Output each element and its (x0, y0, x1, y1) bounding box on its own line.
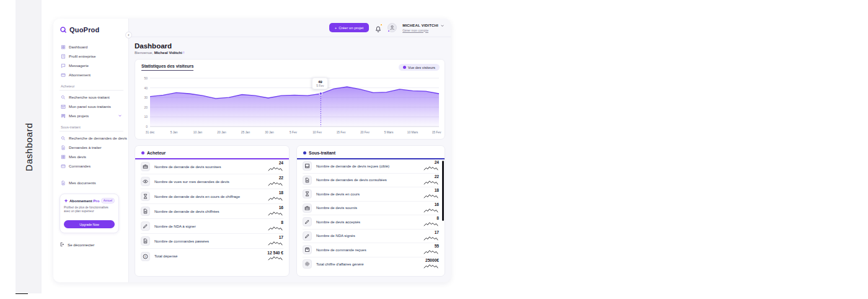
metric-row[interactable]: Nombre de demande de devis reçues (ciblé… (303, 159, 439, 174)
euro-icon (141, 252, 150, 261)
legend-toggle[interactable]: Vue des visiteurs (399, 64, 440, 71)
signature-icon (303, 217, 312, 226)
acheteur-panel-title: Acheteur (147, 151, 166, 155)
metric-row[interactable]: Nombre de devis en cours 18 (303, 187, 439, 202)
user-name: MICHEAL VIDITCHI (402, 24, 438, 27)
sidebar-item-abonnement[interactable]: Abonnement (60, 70, 123, 79)
acheteur-dot-icon (141, 151, 144, 154)
panel-icon (61, 104, 66, 109)
svg-text:10: 10 (144, 115, 148, 118)
upgrade-button[interactable]: Upgrade Now (64, 220, 115, 228)
sparkline-icon (423, 166, 439, 171)
sidebar-item-mes-documents[interactable]: Mes documents (60, 178, 123, 187)
main-area: + Créer un projet MICHEAL VIDITCHI (129, 19, 451, 282)
chevron-left-icon: ‹ (128, 33, 129, 37)
metric-row[interactable]: Nombre de devis soumis 16 (303, 202, 439, 216)
sidebar-item-recherche-demandes-devis[interactable]: Recherche de demandes de devis (60, 133, 123, 143)
sparkline-icon (423, 236, 439, 241)
create-project-button[interactable]: + Créer un projet (329, 23, 370, 32)
sparkline-icon (423, 264, 439, 269)
status-dot (388, 30, 390, 32)
subscription-title: Abonnement Pro (69, 199, 99, 203)
briefcase-icon (141, 162, 150, 171)
signature-icon (303, 231, 312, 241)
metric-value: 18 (279, 191, 283, 195)
metric-value: 22 (435, 175, 439, 179)
panel-scrollbar[interactable] (442, 161, 444, 221)
sparkline-icon (423, 180, 439, 185)
building-icon (61, 54, 66, 59)
svg-text:10 Mars: 10 Mars (407, 131, 418, 134)
sparkline-icon (423, 194, 439, 199)
subscription-card: Abonnement Pro Annuel Profitez de plus d… (60, 194, 119, 233)
section-label-sous-traitant: Sous-traitant (61, 125, 123, 129)
metric-value: 16 (279, 206, 283, 210)
metric-row[interactable]: Nombre de commandes passées 17 (141, 234, 283, 249)
visitor-stats-card: Statistiques des visiteurs Vue des visit… (135, 59, 445, 140)
metric-row[interactable]: Nombre de demandes de devis consultées 2… (303, 174, 439, 188)
chat-icon (61, 63, 66, 68)
sidebar-collapse-button[interactable]: ‹ (125, 32, 132, 38)
user-menu: MICHEAL VIDITCHI Gérer mon compte (402, 24, 445, 32)
inbox-icon (303, 161, 312, 171)
svg-text:20 Jan: 20 Jan (217, 131, 226, 134)
metric-row[interactable]: Total dépensé 12 540 € (141, 249, 283, 264)
notifications-button[interactable] (374, 24, 382, 32)
sidebar-item-dashboard[interactable]: Dashboard (60, 42, 123, 51)
quoprod-logo-icon (60, 26, 67, 33)
chevron-down-icon (118, 114, 122, 118)
sidebar-item-mes-projets[interactable]: Mes projets (60, 111, 123, 120)
hourglass-icon (141, 192, 150, 201)
metric-row[interactable]: Nombre de NDA à signer 8 (141, 219, 283, 234)
metric-value: 17 (279, 236, 283, 240)
user-menu-trigger[interactable]: MICHEAL VIDITCHI (402, 24, 445, 28)
tooltip-value: 49 (316, 79, 324, 84)
divider (60, 90, 123, 91)
svg-text:30 Jan: 30 Jan (265, 131, 274, 134)
metric-row[interactable]: Nombre de demande de devis en cours de c… (141, 189, 283, 204)
sous-traitant-dot-icon (303, 151, 306, 154)
logout-button[interactable]: Se déconnecter (60, 242, 123, 247)
svg-text:20 Fev: 20 Fev (360, 131, 370, 134)
brand-logo[interactable]: QuoProd (60, 26, 123, 33)
grid-icon (61, 154, 66, 159)
welcome-text: Bienvenue, Micheal Viditchi ! (135, 51, 445, 55)
metric-value: 55 (435, 244, 439, 249)
metric-row[interactable]: Nombre de demande de devis chiffrées 16 (141, 204, 283, 219)
svg-text:10 Jan: 10 Jan (193, 131, 203, 134)
search-icon (61, 136, 66, 141)
avatar[interactable] (388, 23, 397, 32)
metric-row[interactable]: Nombre de vues sur mes demandes de devis… (141, 174, 283, 189)
sidebar-item-demandes-a-traiter[interactable]: Demandes à traiter (60, 143, 123, 152)
sidebar-item-mes-devis[interactable]: Mes devis (60, 152, 123, 161)
metric-row[interactable]: Nombre de devis acceptés 8 (303, 215, 439, 230)
sidebar-item-profil-entreprise[interactable]: Profil entreprise (60, 51, 123, 61)
divider (60, 131, 123, 132)
page-title: Dashboard (135, 42, 445, 50)
sidebar-item-messagerie[interactable]: Messagerie (60, 61, 123, 70)
metric-value: 18 (435, 189, 439, 193)
manage-account-link[interactable]: Gérer mon compte (402, 29, 445, 32)
metric-value: 8 (281, 221, 283, 225)
metric-row[interactable]: Nombre de demande de devis soumises 24 (141, 159, 283, 174)
svg-text:5 Fev: 5 Fev (290, 131, 298, 134)
vertical-window-tab[interactable]: Dashboard (16, 0, 42, 293)
plus-icon: + (335, 26, 337, 30)
sidebar-item-mon-panel-sous-traitants[interactable]: Mon panel sous-traitants (60, 102, 123, 111)
grid-icon (61, 45, 66, 50)
logout-icon (60, 242, 64, 247)
sparkline-icon (267, 256, 283, 261)
svg-text:30: 30 (144, 96, 148, 99)
metric-value: 8 (436, 216, 439, 221)
sidebar-item-recherche-sous-traitant[interactable]: Recherche sous-traitant (60, 92, 123, 102)
vertical-tab-label: Dashboard (24, 123, 34, 171)
svg-text:0: 0 (146, 125, 148, 128)
sparkline-icon (423, 249, 439, 255)
metric-row[interactable]: Nombre de NDA signés 17 (303, 230, 439, 244)
svg-text:20: 20 (144, 105, 148, 109)
visitors-area-chart[interactable]: 0102030405031 déc5 Jan10 Jan20 Jan25 Jan… (135, 74, 446, 139)
person-icon (389, 25, 395, 30)
sidebar-item-commandes[interactable]: Commandes (60, 161, 123, 171)
metric-row[interactable]: Nombre de commande reçues 55 (303, 243, 439, 257)
metric-row[interactable]: Total chiffre d'affaires généré 25000€ (303, 257, 439, 272)
